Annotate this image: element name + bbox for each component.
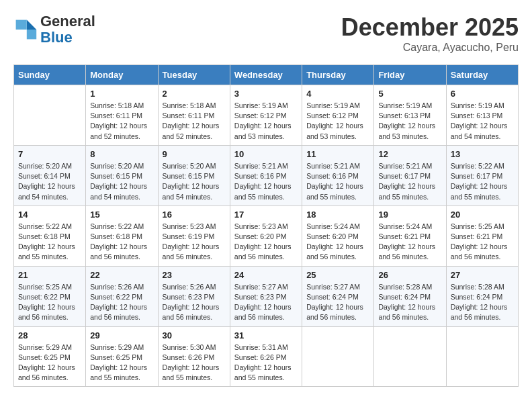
calendar-header-row: SundayMondayTuesdayWednesdayThursdayFrid… <box>14 65 519 85</box>
day-cell: 2Sunrise: 5:18 AMSunset: 6:11 PMDaylight… <box>158 85 230 146</box>
day-info: Sunrise: 5:18 AMSunset: 6:11 PMDaylight:… <box>163 101 226 142</box>
day-info: Sunrise: 5:26 AMSunset: 6:22 PMDaylight:… <box>90 282 153 323</box>
day-number: 29 <box>90 330 153 340</box>
day-info: Sunrise: 5:27 AMSunset: 6:24 PMDaylight:… <box>306 282 369 323</box>
day-number: 25 <box>306 270 369 280</box>
day-number: 10 <box>234 149 298 159</box>
svg-marker-0 <box>27 20 36 30</box>
day-number: 15 <box>90 210 153 220</box>
day-info: Sunrise: 5:31 AMSunset: 6:26 PMDaylight:… <box>234 342 298 383</box>
day-cell: 6Sunrise: 5:19 AMSunset: 6:13 PMDaylight… <box>446 85 518 146</box>
day-cell: 12Sunrise: 5:21 AMSunset: 6:17 PMDayligh… <box>374 145 446 205</box>
day-cell: 28Sunrise: 5:29 AMSunset: 6:25 PMDayligh… <box>14 326 86 387</box>
day-info: Sunrise: 5:21 AMSunset: 6:16 PMDaylight:… <box>234 161 298 202</box>
day-number: 5 <box>378 89 441 99</box>
day-number: 13 <box>451 149 514 159</box>
day-info: Sunrise: 5:22 AMSunset: 6:18 PMDaylight:… <box>18 222 81 263</box>
day-info: Sunrise: 5:28 AMSunset: 6:24 PMDaylight:… <box>451 282 514 323</box>
day-info: Sunrise: 5:25 AMSunset: 6:21 PMDaylight:… <box>451 222 514 263</box>
column-header-saturday: Saturday <box>446 65 518 85</box>
logo-line1: General <box>40 13 95 30</box>
day-number: 1 <box>90 89 153 99</box>
day-info: Sunrise: 5:19 AMSunset: 6:13 PMDaylight:… <box>378 101 441 142</box>
day-number: 7 <box>18 149 81 159</box>
day-number: 17 <box>234 210 298 220</box>
day-cell: 3Sunrise: 5:19 AMSunset: 6:12 PMDaylight… <box>230 85 302 146</box>
logo-text: General Blue <box>40 13 95 46</box>
day-number: 20 <box>451 210 514 220</box>
day-info: Sunrise: 5:22 AMSunset: 6:18 PMDaylight:… <box>90 222 153 263</box>
day-cell: 14Sunrise: 5:22 AMSunset: 6:18 PMDayligh… <box>14 205 86 266</box>
day-info: Sunrise: 5:19 AMSunset: 6:12 PMDaylight:… <box>234 101 298 142</box>
day-number: 2 <box>163 89 226 99</box>
day-cell: 9Sunrise: 5:20 AMSunset: 6:15 PMDaylight… <box>158 145 230 205</box>
day-number: 23 <box>163 270 226 280</box>
day-info: Sunrise: 5:22 AMSunset: 6:17 PMDaylight:… <box>451 161 514 202</box>
day-cell: 22Sunrise: 5:26 AMSunset: 6:22 PMDayligh… <box>86 266 158 326</box>
day-info: Sunrise: 5:26 AMSunset: 6:23 PMDaylight:… <box>163 282 226 323</box>
day-info: Sunrise: 5:23 AMSunset: 6:20 PMDaylight:… <box>234 222 298 263</box>
day-cell: 31Sunrise: 5:31 AMSunset: 6:26 PMDayligh… <box>230 326 302 387</box>
day-number: 22 <box>90 270 153 280</box>
day-cell: 8Sunrise: 5:20 AMSunset: 6:15 PMDaylight… <box>86 145 158 205</box>
day-cell: 19Sunrise: 5:24 AMSunset: 6:21 PMDayligh… <box>374 205 446 266</box>
day-number: 21 <box>18 270 81 280</box>
page-header: General Blue December 2025 Cayara, Ayacu… <box>13 13 519 54</box>
day-info: Sunrise: 5:19 AMSunset: 6:13 PMDaylight:… <box>451 101 514 142</box>
day-info: Sunrise: 5:29 AMSunset: 6:25 PMDaylight:… <box>90 342 153 383</box>
day-cell: 26Sunrise: 5:28 AMSunset: 6:24 PMDayligh… <box>374 266 446 326</box>
week-row-3: 14Sunrise: 5:22 AMSunset: 6:18 PMDayligh… <box>14 205 519 266</box>
day-cell: 18Sunrise: 5:24 AMSunset: 6:20 PMDayligh… <box>302 205 374 266</box>
day-info: Sunrise: 5:18 AMSunset: 6:11 PMDaylight:… <box>90 101 153 142</box>
day-number: 8 <box>90 149 153 159</box>
day-cell <box>446 326 518 387</box>
day-cell <box>302 326 374 387</box>
day-cell: 7Sunrise: 5:20 AMSunset: 6:14 PMDaylight… <box>14 145 86 205</box>
day-info: Sunrise: 5:20 AMSunset: 6:15 PMDaylight:… <box>90 161 153 202</box>
month-title: December 2025 <box>341 13 519 42</box>
day-cell: 30Sunrise: 5:30 AMSunset: 6:26 PMDayligh… <box>158 326 230 387</box>
week-row-1: 1Sunrise: 5:18 AMSunset: 6:11 PMDaylight… <box>14 85 519 146</box>
logo: General Blue <box>13 13 95 46</box>
day-cell <box>374 326 446 387</box>
day-cell: 10Sunrise: 5:21 AMSunset: 6:16 PMDayligh… <box>230 145 302 205</box>
day-info: Sunrise: 5:28 AMSunset: 6:24 PMDaylight:… <box>378 282 441 323</box>
day-cell: 17Sunrise: 5:23 AMSunset: 6:20 PMDayligh… <box>230 205 302 266</box>
svg-marker-2 <box>16 20 27 30</box>
day-number: 31 <box>234 330 298 340</box>
day-number: 18 <box>306 210 369 220</box>
column-header-wednesday: Wednesday <box>230 65 302 85</box>
day-number: 30 <box>163 330 226 340</box>
logo-line2: Blue <box>40 29 73 46</box>
day-info: Sunrise: 5:20 AMSunset: 6:14 PMDaylight:… <box>18 161 81 202</box>
day-number: 6 <box>451 89 514 99</box>
day-info: Sunrise: 5:27 AMSunset: 6:23 PMDaylight:… <box>234 282 298 323</box>
day-number: 12 <box>378 149 441 159</box>
day-number: 26 <box>378 270 441 280</box>
day-number: 4 <box>306 89 369 99</box>
week-row-2: 7Sunrise: 5:20 AMSunset: 6:14 PMDaylight… <box>14 145 519 205</box>
column-header-friday: Friday <box>374 65 446 85</box>
day-number: 27 <box>451 270 514 280</box>
column-header-thursday: Thursday <box>302 65 374 85</box>
day-number: 14 <box>18 210 81 220</box>
day-cell: 11Sunrise: 5:21 AMSunset: 6:16 PMDayligh… <box>302 145 374 205</box>
day-cell: 1Sunrise: 5:18 AMSunset: 6:11 PMDaylight… <box>86 85 158 146</box>
day-cell: 23Sunrise: 5:26 AMSunset: 6:23 PMDayligh… <box>158 266 230 326</box>
day-number: 3 <box>234 89 298 99</box>
day-number: 28 <box>18 330 81 340</box>
day-info: Sunrise: 5:24 AMSunset: 6:20 PMDaylight:… <box>306 222 369 263</box>
day-cell: 5Sunrise: 5:19 AMSunset: 6:13 PMDaylight… <box>374 85 446 146</box>
column-header-tuesday: Tuesday <box>158 65 230 85</box>
logo-icon <box>13 17 38 42</box>
day-cell: 21Sunrise: 5:25 AMSunset: 6:22 PMDayligh… <box>14 266 86 326</box>
day-info: Sunrise: 5:24 AMSunset: 6:21 PMDaylight:… <box>378 222 441 263</box>
day-number: 19 <box>378 210 441 220</box>
day-cell: 13Sunrise: 5:22 AMSunset: 6:17 PMDayligh… <box>446 145 518 205</box>
column-header-sunday: Sunday <box>14 65 86 85</box>
day-cell: 16Sunrise: 5:23 AMSunset: 6:19 PMDayligh… <box>158 205 230 266</box>
week-row-5: 28Sunrise: 5:29 AMSunset: 6:25 PMDayligh… <box>14 326 519 387</box>
title-block: December 2025 Cayara, Ayacucho, Peru <box>341 13 519 54</box>
day-info: Sunrise: 5:29 AMSunset: 6:25 PMDaylight:… <box>18 342 81 383</box>
svg-marker-1 <box>27 30 36 39</box>
